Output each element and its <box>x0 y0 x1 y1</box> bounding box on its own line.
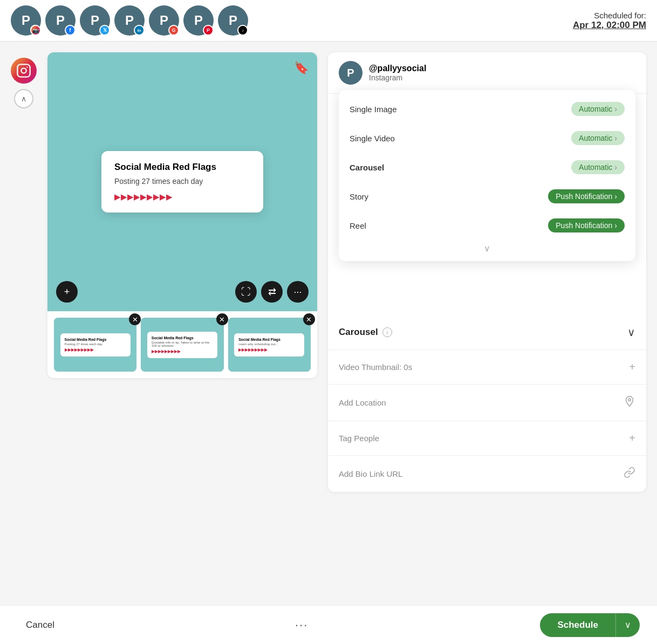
platform-icon-twitter[interactable]: P 𝕏 <box>80 5 110 36</box>
account-avatar: P <box>339 61 362 85</box>
add-people-icon[interactable]: + <box>629 432 635 444</box>
post-type-story[interactable]: Story Push Notification › <box>339 182 635 211</box>
ctrl-btns-right: ⛶ ⇄ ··· <box>235 281 309 303</box>
cancel-button[interactable]: Cancel <box>17 615 63 635</box>
thumb-remove-3[interactable]: ✕ <box>303 313 315 325</box>
preview-controls: + ⛶ ⇄ ··· <box>47 281 317 303</box>
scheduled-label: Scheduled for: <box>573 11 646 20</box>
svg-point-1 <box>21 68 26 73</box>
carousel-badge: Automatic › <box>571 160 625 174</box>
post-type-carousel[interactable]: Carousel Automatic › <box>339 153 635 182</box>
schedule-button[interactable]: Schedule <box>540 613 615 637</box>
twitter-badge: 𝕏 <box>99 25 110 36</box>
google-badge: G <box>168 25 179 36</box>
left-sidebar: ∧ <box>11 52 37 108</box>
collapse-button[interactable]: ∧ <box>14 89 33 108</box>
video-thumbnail-section[interactable]: Video Thumbnail: 0s + <box>328 350 646 385</box>
post-type-dropdown: Single Image Automatic › Single Video Au… <box>339 90 635 261</box>
instagram-badge: 📷 <box>30 25 41 36</box>
thumbnail-2[interactable]: Social Media Red Flags Quotable info or … <box>141 318 223 372</box>
add-location-section[interactable]: Add Location <box>328 385 646 421</box>
platform-icon-pinterest[interactable]: P P <box>183 5 214 36</box>
platform-icon-tiktok[interactable]: P ♪ <box>218 5 248 36</box>
svg-point-3 <box>628 399 631 401</box>
main-content: ∧ Social Media Red Flags Posting 27 time… <box>0 42 657 503</box>
account-header: P @pallyysocial Instagram <box>328 52 646 94</box>
more-options-label[interactable]: ··· <box>295 618 308 632</box>
svg-point-2 <box>26 66 28 67</box>
flags-row: ▶▶▶▶▶▶▶▶▶ <box>114 192 250 202</box>
story-label: Story <box>350 192 368 201</box>
account-handle: @pallyysocial <box>369 64 426 73</box>
reel-label: Reel <box>350 221 366 230</box>
thumbnail-1[interactable]: Social Media Red Flags Posting 27 times … <box>54 318 136 372</box>
linkedin-badge: in <box>134 25 145 36</box>
add-media-button[interactable]: + <box>56 281 78 303</box>
post-type-single-image[interactable]: Single Image Automatic › <box>339 94 635 124</box>
post-title: Social Media Red Flags <box>114 162 250 173</box>
link-icon <box>624 467 635 481</box>
schedule-group: Schedule ∨ <box>540 613 640 637</box>
post-type-single-video[interactable]: Single Video Automatic › <box>339 124 635 153</box>
video-thumbnail-label: Video Thumbnail: 0s <box>339 362 412 372</box>
single-video-badge: Automatic › <box>571 131 625 145</box>
carousel-label: Carousel <box>350 163 384 172</box>
single-video-label: Single Video <box>350 134 395 143</box>
single-image-badge: Automatic › <box>571 102 625 116</box>
info-icon: i <box>382 327 392 337</box>
tiktok-badge: ♪ <box>237 25 248 36</box>
thumbnail-3[interactable]: Social Media Red Flags Learn why schedul… <box>228 318 311 372</box>
dropdown-close-chevron[interactable]: ∨ <box>339 240 635 257</box>
thumb-remove-1[interactable]: ✕ <box>129 313 141 325</box>
platform-icon-instagram[interactable]: P ✓ 📷 <box>11 5 41 36</box>
right-panel: P @pallyysocial Instagram Single Image A… <box>328 52 646 492</box>
post-card: Social Media Red Flags Posting 27 times … <box>101 151 263 213</box>
pinterest-badge: P <box>203 25 214 36</box>
footer: Cancel ··· Schedule ∨ <box>0 605 657 644</box>
header: P ✓ 📷 P f P 𝕏 P in P G P P P <box>0 0 657 42</box>
instagram-icon[interactable] <box>11 58 37 84</box>
post-subtitle: Posting 27 times each day <box>114 177 250 186</box>
scheduled-info: Scheduled for: Apr 12, 02:00 PM <box>573 11 646 31</box>
thumb-remove-2[interactable]: ✕ <box>216 313 228 325</box>
carousel-section-title: Carousel <box>339 327 378 338</box>
chevron-down-icon: ∨ <box>625 620 631 629</box>
carousel-expand-icon[interactable]: ∨ <box>627 326 635 339</box>
preview-main: Social Media Red Flags Posting 27 times … <box>47 52 317 311</box>
account-info: @pallyysocial Instagram <box>369 64 426 82</box>
bookmark-icon: 🔖 <box>294 61 309 75</box>
svg-rect-0 <box>17 64 30 77</box>
platform-icons: P ✓ 📷 P f P 𝕏 P in P G P P P <box>11 5 248 36</box>
flags: ▶▶▶▶▶▶▶▶▶ <box>114 192 173 202</box>
tag-people-section[interactable]: Tag People + <box>328 421 646 456</box>
story-badge: Push Notification › <box>548 189 625 203</box>
platform-icon-google[interactable]: P G <box>149 5 179 36</box>
location-icon <box>624 395 635 410</box>
facebook-badge: f <box>65 25 76 36</box>
platform-icon-linkedin[interactable]: P in <box>114 5 145 36</box>
single-image-label: Single Image <box>350 105 397 114</box>
platform-icon-facebook[interactable]: P f <box>45 5 76 36</box>
account-platform: Instagram <box>369 73 426 82</box>
footer-more[interactable]: ··· <box>295 618 308 632</box>
schedule-dropdown-button[interactable]: ∨ <box>615 613 640 637</box>
post-type-reel[interactable]: Reel Push Notification › <box>339 211 635 240</box>
fullscreen-button[interactable]: ⛶ <box>235 281 257 303</box>
add-location-label: Add Location <box>339 398 386 407</box>
add-bio-link-label: Add Bio Link URL <box>339 469 402 478</box>
reel-badge: Push Notification › <box>548 218 625 232</box>
chevron-up-icon: ∧ <box>21 94 26 103</box>
tag-people-label: Tag People <box>339 434 379 443</box>
media-area: Social Media Red Flags Posting 27 times … <box>47 52 317 378</box>
swap-button[interactable]: ⇄ <box>261 281 283 303</box>
thumbnails-row: Social Media Red Flags Posting 27 times … <box>47 311 317 378</box>
add-thumbnail-icon[interactable]: + <box>629 361 635 373</box>
more-options-button[interactable]: ··· <box>287 281 309 303</box>
carousel-section[interactable]: Carousel i ∨ <box>328 315 646 350</box>
add-bio-link-section[interactable]: Add Bio Link URL <box>328 456 646 492</box>
scheduled-date: Apr 12, 02:00 PM <box>573 20 646 31</box>
